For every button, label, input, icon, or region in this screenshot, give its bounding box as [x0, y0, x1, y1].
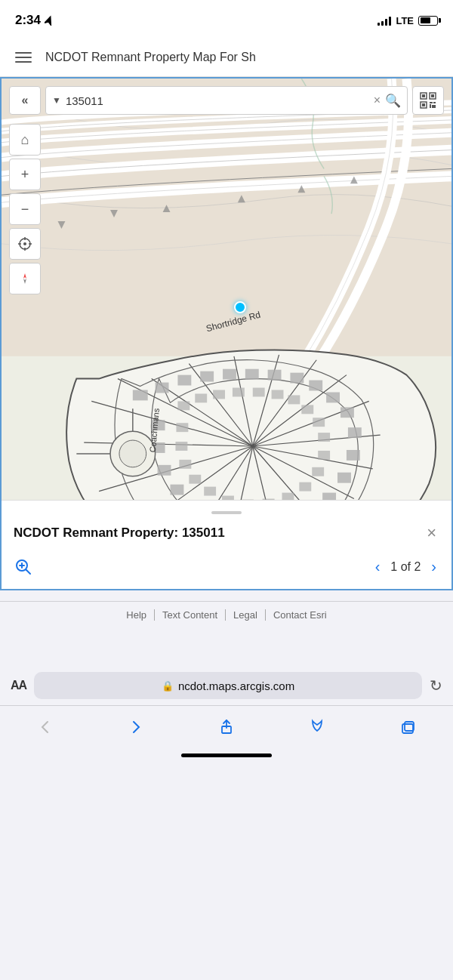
back-icon: «	[22, 94, 29, 107]
svg-rect-102	[402, 724, 413, 733]
svg-rect-67	[175, 442, 187, 451]
svg-rect-64	[204, 487, 216, 496]
svg-rect-24	[177, 375, 191, 386]
reload-button[interactable]: ↻	[430, 676, 442, 695]
svg-rect-49	[213, 390, 225, 399]
svg-rect-68	[176, 423, 188, 432]
svg-rect-58	[312, 467, 324, 476]
popup-footer: ‹ 1 of 2 ›	[14, 555, 439, 578]
text-size-button[interactable]: AA	[11, 679, 26, 692]
popup-header: NCDOT Remnant Property: 135011 ×	[14, 523, 439, 543]
svg-point-90	[23, 242, 26, 245]
footer-help-link[interactable]: Help	[119, 609, 155, 621]
svg-rect-87	[430, 104, 431, 108]
url-text: ncdot.maps.arcgis.com	[178, 680, 294, 692]
search-icon[interactable]: 🔍	[385, 93, 401, 109]
svg-rect-55	[313, 418, 325, 427]
back-button[interactable]: «	[9, 86, 41, 115]
svg-rect-34	[347, 450, 360, 461]
svg-rect-43	[171, 485, 184, 495]
next-page-button[interactable]: ›	[428, 555, 439, 578]
svg-rect-22	[133, 390, 148, 401]
time-display: 2:34	[15, 13, 41, 28]
svg-rect-32	[341, 407, 354, 418]
location-arrow-icon	[45, 15, 54, 26]
lte-label: LTE	[396, 15, 414, 26]
svg-rect-29	[290, 373, 304, 384]
zoom-icon	[14, 557, 33, 577]
browser-nav	[0, 705, 453, 747]
drag-handle[interactable]	[211, 511, 242, 514]
prev-page-button[interactable]: ‹	[372, 555, 384, 578]
svg-point-70	[119, 440, 146, 467]
svg-rect-50	[233, 388, 245, 397]
hamburger-menu[interactable]	[12, 49, 36, 66]
svg-rect-23	[156, 383, 169, 393]
bottom-area: Help Text Content Legal Contact Esri	[0, 590, 453, 666]
zoom-out-button[interactable]: −	[9, 193, 41, 225]
svg-rect-80	[422, 94, 425, 97]
svg-rect-46	[152, 420, 165, 430]
search-toolbar: « ▼ × 🔍	[9, 86, 444, 115]
svg-line-98	[26, 569, 31, 574]
svg-rect-86	[433, 102, 436, 103]
svg-rect-26	[223, 369, 236, 380]
svg-rect-85	[430, 102, 433, 103]
svg-marker-0	[45, 15, 54, 26]
svg-rect-53	[288, 395, 300, 404]
svg-rect-47	[177, 401, 190, 410]
svg-marker-96	[23, 279, 26, 284]
map-marker	[234, 301, 246, 313]
home-button[interactable]: ⌂	[9, 124, 41, 156]
search-input[interactable]	[66, 94, 369, 107]
status-icons: LTE	[378, 15, 438, 26]
status-bar: 2:34 LTE	[0, 0, 453, 38]
home-indicator	[0, 747, 453, 760]
page-count: 1 of 2	[390, 560, 421, 574]
footer-text-content-link[interactable]: Text Content	[155, 609, 226, 621]
svg-rect-52	[272, 390, 284, 399]
popup-panel: NCDOT Remnant Property: 135011 × ‹ 1 of …	[2, 500, 451, 589]
share-button[interactable]	[208, 712, 245, 742]
lock-icon: 🔒	[162, 680, 174, 692]
svg-rect-54	[301, 405, 313, 414]
svg-rect-35	[337, 473, 351, 483]
svg-rect-56	[318, 433, 330, 442]
svg-rect-57	[318, 451, 330, 460]
svg-rect-65	[189, 475, 201, 484]
map-side-buttons: ⌂ + −	[9, 124, 41, 294]
popup-title: NCDOT Remnant Property: 135011	[14, 525, 424, 541]
locate-button[interactable]	[9, 228, 41, 260]
svg-rect-33	[348, 427, 362, 438]
svg-marker-95	[23, 273, 26, 279]
battery-icon	[418, 16, 438, 26]
zoom-in-button[interactable]: +	[9, 159, 41, 190]
clear-search-button[interactable]: ×	[374, 94, 381, 106]
browser-back-button[interactable]	[27, 712, 63, 742]
tabs-button[interactable]	[390, 712, 426, 742]
signal-bars	[378, 15, 391, 26]
svg-rect-44	[158, 465, 171, 476]
footer-contact-link[interactable]: Contact Esri	[266, 609, 334, 621]
footer-links: Help Text Content Legal Contact Esri	[0, 601, 453, 628]
dropdown-arrow-icon[interactable]: ▼	[52, 95, 61, 106]
svg-rect-51	[253, 388, 265, 397]
footer-legal-link[interactable]: Legal	[226, 609, 266, 621]
search-box: ▼ × 🔍	[45, 86, 408, 115]
svg-rect-59	[299, 482, 311, 492]
svg-rect-66	[179, 460, 191, 469]
home-bar	[181, 753, 272, 757]
bookmarks-button[interactable]	[299, 712, 335, 742]
svg-rect-82	[431, 94, 434, 97]
qr-icon	[420, 92, 436, 109]
popup-close-button[interactable]: ×	[424, 523, 439, 543]
zoom-to-feature-button[interactable]	[14, 557, 33, 577]
compass-button[interactable]	[9, 263, 41, 294]
qr-code-button[interactable]	[412, 86, 444, 115]
page-title: NCDOT Remnant Property Map For Sh	[45, 51, 441, 64]
browser-forward-button[interactable]	[118, 712, 154, 742]
browser-bar: AA 🔒 ncdot.maps.arcgis.com ↻	[0, 666, 453, 705]
url-bar[interactable]: 🔒 ncdot.maps.arcgis.com	[34, 672, 422, 699]
nav-bar: NCDOT Remnant Property Map For Sh	[0, 38, 453, 77]
map-container[interactable]: « ▼ × 🔍 ⌂ + −	[0, 77, 453, 590]
